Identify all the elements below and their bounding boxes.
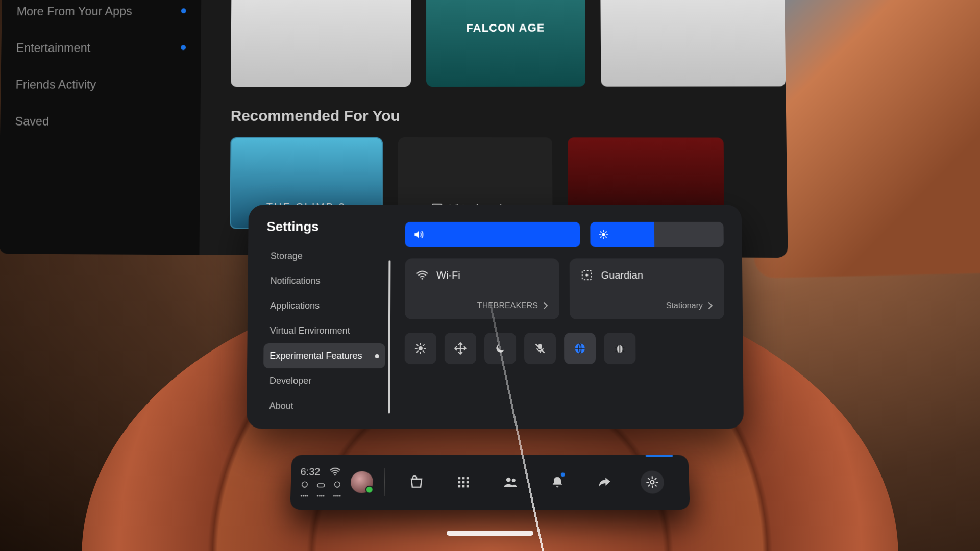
guardian-icon bbox=[581, 268, 593, 282]
store-sidebar-item[interactable]: Saved bbox=[15, 114, 185, 129]
settings-item-notifications[interactable]: Notifications bbox=[264, 268, 385, 293]
dock-active-indicator bbox=[646, 455, 673, 457]
svg-rect-14 bbox=[462, 477, 465, 480]
dock-avatar[interactable] bbox=[350, 471, 373, 493]
settings-icon bbox=[646, 475, 659, 488]
svg-rect-17 bbox=[462, 481, 465, 484]
volume-slider[interactable] bbox=[405, 222, 580, 247]
unread-dot-icon bbox=[181, 45, 186, 50]
settings-item-label: Experimental Features bbox=[270, 350, 362, 361]
wifi-tile[interactable]: Wi-Fi THEBREAKERS bbox=[405, 258, 559, 319]
volume-fill bbox=[405, 222, 580, 247]
svg-rect-20 bbox=[462, 485, 465, 488]
settings-title: Settings bbox=[264, 219, 385, 235]
settings-content: Wi-Fi THEBREAKERS Guardian Stationary bbox=[390, 205, 744, 429]
quick-bug-button[interactable] bbox=[604, 333, 635, 364]
daily-card-featured[interactable]: FALCON AGE bbox=[426, 0, 585, 87]
settings-panel: Settings Storage Notifications Applicati… bbox=[247, 205, 744, 429]
store-icon bbox=[409, 474, 424, 489]
svg-point-10 bbox=[302, 482, 307, 487]
settings-item-label: Applications bbox=[270, 300, 320, 311]
dock-settings-button[interactable] bbox=[640, 471, 664, 494]
quick-mic-off-button[interactable] bbox=[524, 333, 556, 364]
brightness-icon bbox=[599, 230, 609, 240]
controller-left-status: •••• bbox=[300, 481, 309, 498]
svg-point-2 bbox=[422, 278, 423, 280]
svg-point-5 bbox=[419, 346, 423, 350]
store-sidebar-label: Saved bbox=[15, 114, 49, 129]
brightness-slider[interactable] bbox=[591, 222, 724, 247]
guardian-value: Stationary bbox=[666, 301, 703, 310]
brightness-icon bbox=[414, 342, 427, 355]
daily-card[interactable] bbox=[231, 0, 411, 87]
settings-item-about[interactable]: About bbox=[263, 393, 385, 418]
guardian-label: Guardian bbox=[601, 269, 643, 281]
settings-sidebar: Settings Storage Notifications Applicati… bbox=[247, 205, 391, 429]
svg-rect-18 bbox=[467, 481, 469, 484]
dock-divider bbox=[384, 468, 385, 496]
unread-dot-icon bbox=[181, 8, 186, 13]
quick-settings-row bbox=[405, 333, 725, 364]
svg-point-1 bbox=[602, 233, 605, 236]
store-sidebar-label: Entertainment bbox=[16, 41, 90, 55]
settings-item-label: Storage bbox=[271, 251, 303, 261]
dock-people-button[interactable] bbox=[500, 471, 521, 492]
svg-point-9 bbox=[334, 474, 336, 475]
svg-point-22 bbox=[506, 478, 511, 482]
bug-icon bbox=[613, 342, 626, 355]
store-sidebar-item[interactable]: More From Your Apps bbox=[16, 4, 186, 18]
mic-off-icon bbox=[534, 342, 546, 355]
settings-item-label: About bbox=[269, 400, 293, 411]
svg-rect-16 bbox=[458, 481, 460, 484]
settings-item-storage[interactable]: Storage bbox=[264, 244, 386, 269]
share-icon bbox=[597, 475, 612, 489]
settings-item-label: Virtual Environment bbox=[270, 325, 350, 336]
svg-rect-21 bbox=[467, 485, 469, 488]
chevron-right-icon bbox=[543, 302, 548, 310]
apps-icon bbox=[456, 475, 471, 489]
dock-store-button[interactable] bbox=[406, 471, 427, 492]
settings-item-label: Notifications bbox=[270, 276, 320, 286]
svg-rect-13 bbox=[458, 477, 460, 480]
wifi-icon bbox=[329, 466, 340, 477]
svg-point-24 bbox=[650, 481, 654, 484]
dock-time: 6:32 bbox=[300, 466, 321, 477]
dock-share-button[interactable] bbox=[594, 471, 616, 492]
settings-item-experimental[interactable]: Experimental Features bbox=[263, 343, 385, 368]
dock: 6:32 •••• •••• •••• bbox=[290, 455, 690, 510]
home-indicator bbox=[447, 531, 533, 536]
svg-rect-19 bbox=[458, 485, 460, 488]
wifi-icon bbox=[416, 268, 428, 282]
settings-item-developer[interactable]: Developer bbox=[263, 368, 385, 393]
quick-night-button[interactable] bbox=[484, 333, 516, 364]
daily-card[interactable] bbox=[600, 0, 786, 87]
svg-point-23 bbox=[512, 479, 516, 482]
volume-icon bbox=[413, 229, 424, 240]
headset-status: •••• bbox=[316, 481, 326, 498]
quick-brightness-button[interactable] bbox=[405, 333, 436, 364]
dock-notifications-button[interactable] bbox=[547, 471, 568, 492]
quick-move-button[interactable] bbox=[445, 333, 476, 364]
night-icon bbox=[494, 342, 506, 355]
store-sidebar-label: More From Your Apps bbox=[16, 4, 132, 18]
dock-apps-button[interactable] bbox=[453, 471, 474, 492]
store-sidebar-item[interactable]: Entertainment bbox=[16, 40, 186, 55]
quick-passthrough-button[interactable] bbox=[564, 333, 596, 364]
svg-point-12 bbox=[335, 482, 340, 487]
settings-item-virtual-environment[interactable]: Virtual Environment bbox=[264, 318, 385, 343]
guardian-tile[interactable]: Guardian Stationary bbox=[570, 258, 724, 319]
daily-feature-title: FALCON AGE bbox=[466, 21, 545, 35]
recommended-heading: Recommended For You bbox=[231, 107, 787, 124]
settings-item-applications[interactable]: Applications bbox=[264, 293, 385, 318]
controller-right-status: •••• bbox=[332, 481, 342, 498]
store-sidebar-item[interactable]: Friends Activity bbox=[15, 78, 185, 92]
people-icon bbox=[503, 474, 518, 489]
chevron-right-icon bbox=[708, 302, 713, 310]
move-icon bbox=[454, 342, 467, 355]
wifi-label: Wi-Fi bbox=[436, 269, 460, 281]
settings-item-label: Developer bbox=[270, 375, 311, 386]
svg-rect-11 bbox=[317, 483, 325, 487]
dot-badge-icon bbox=[375, 354, 379, 358]
wifi-value: THEBREAKERS bbox=[477, 301, 538, 310]
store-sidebar-label: Friends Activity bbox=[15, 78, 96, 92]
